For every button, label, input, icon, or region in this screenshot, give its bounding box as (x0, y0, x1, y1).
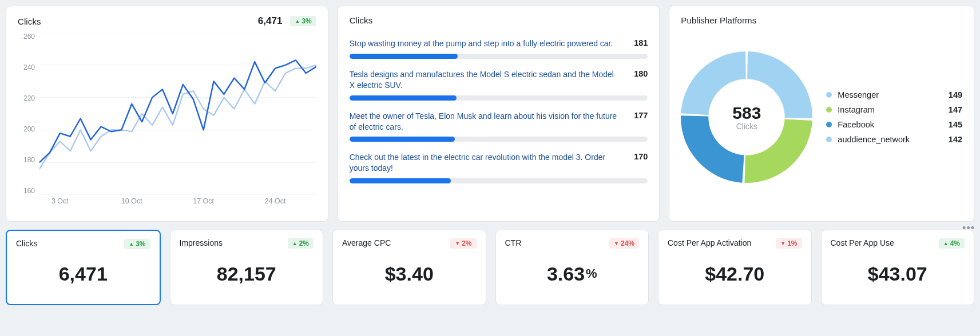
x-tick-label: 17 Oct (193, 197, 214, 205)
kpi-delta-badge: 2% (450, 238, 476, 249)
card-title: Clicks (350, 15, 373, 25)
y-tick-label: 220 (23, 94, 35, 102)
trend-down-icon (455, 241, 460, 246)
kpi-title: Average CPC (342, 238, 391, 247)
clicks-item-bar (350, 95, 648, 101)
clicks-total: 6,471 (258, 15, 283, 27)
clicks-item-text: Tesla designs and manufactures the Model… (350, 69, 621, 91)
kpi-value: $3.40 (342, 249, 477, 299)
clicks-list-item[interactable]: Stop wasting money at the pump and step … (350, 38, 648, 59)
legend-color-dot (826, 122, 832, 127)
clicks-item-value: 180 (628, 69, 648, 78)
legend-row[interactable]: Facebook 145 (826, 120, 962, 129)
clicks-item-value: 181 (628, 38, 648, 47)
legend-row[interactable]: Instagram 147 (826, 105, 962, 114)
clicks-item-text: Check out the latest in the electric car… (350, 152, 621, 174)
clicks-item-value: 177 (628, 111, 648, 120)
legend-color-dot (826, 137, 832, 142)
trend-up-icon (295, 19, 300, 24)
clicks-delta-badge: 3% (290, 16, 316, 26)
kpi-delta-badge: 1% (776, 238, 802, 249)
y-tick-label: 180 (23, 156, 35, 164)
clicks-trend-card: Clicks 6,471 3% 260240220200180160 3 Oct… (6, 6, 328, 222)
kpi-card[interactable]: Clicks 3% 6,471 (6, 230, 161, 305)
legend-value: 145 (949, 120, 962, 129)
legend-label: Messenger (838, 90, 879, 99)
clicks-line-chart[interactable]: 260240220200180160 3 Oct10 Oct17 Oct24 O… (18, 33, 316, 210)
kpi-title: Impressions (180, 238, 223, 247)
clicks-list-item[interactable]: Meet the owner of Tesla, Elon Musk and l… (350, 111, 648, 142)
x-tick-label: 3 Oct (51, 197, 69, 205)
kpi-card[interactable]: Impressions 2% 82,157 (170, 230, 324, 305)
y-tick-label: 200 (23, 125, 35, 133)
clicks-list-item[interactable]: Check out the latest in the electric car… (350, 152, 648, 183)
clicks-item-text: Meet the owner of Tesla, Elon Musk and l… (350, 111, 621, 133)
y-tick-label: 160 (23, 187, 35, 195)
card-title: Publisher Platforms (681, 15, 756, 25)
kpi-value: $43.07 (831, 249, 965, 299)
x-tick-label: 10 Oct (121, 197, 142, 205)
kpi-delta-value: 4% (950, 239, 960, 247)
kpi-delta-value: 1% (787, 239, 797, 247)
y-tick-label: 240 (23, 63, 35, 71)
y-tick-label: 260 (23, 33, 35, 41)
kpi-title: Cost Per App Activation (668, 238, 751, 247)
clicks-item-bar (350, 54, 648, 59)
publisher-platforms-card: Publisher Platforms 583 Clicks Messenger… (669, 6, 974, 222)
legend-label: Facebook (838, 120, 874, 129)
kpi-value: $42.70 (668, 249, 802, 299)
kpi-delta-badge: 4% (939, 238, 965, 249)
clicks-list-item[interactable]: Tesla designs and manufactures the Model… (350, 69, 648, 101)
legend-row[interactable]: Messenger 149 (826, 90, 962, 99)
kpi-title: Cost Per App Use (831, 238, 894, 247)
kpi-card[interactable]: ••• Cost Per App Use 4% $43.07 (821, 230, 975, 305)
trend-up-icon (292, 241, 297, 246)
x-tick-label: 24 Oct (265, 197, 286, 205)
legend-label: auddience_network (838, 135, 910, 144)
trend-down-icon (614, 241, 619, 246)
card-title: Clicks (18, 17, 41, 26)
legend-value: 149 (949, 90, 962, 99)
clicks-item-bar (350, 137, 648, 142)
kpi-title: Clicks (16, 239, 37, 248)
trend-up-icon (943, 241, 949, 246)
publisher-donut-chart[interactable]: 583 Clicks (681, 51, 812, 183)
trend-up-icon (129, 242, 134, 247)
legend-row[interactable]: auddience_network 142 (826, 135, 962, 144)
kpi-delta-badge: 3% (124, 239, 150, 249)
clicks-item-bar (350, 178, 648, 183)
kpi-card[interactable]: CTR 24% 3.63% (495, 230, 649, 305)
clicks-delta-value: 3% (301, 17, 311, 25)
kpi-value: 6,471 (16, 249, 150, 298)
kpi-title: CTR (505, 238, 522, 247)
clicks-item-text: Stop wasting money at the pump and step … (350, 38, 621, 49)
kpi-card[interactable]: Cost Per App Activation 1% $42.70 (658, 230, 812, 305)
legend-color-dot (826, 92, 832, 98)
clicks-item-value: 170 (628, 152, 648, 161)
kpi-delta-badge: 2% (288, 238, 314, 249)
kpi-delta-value: 2% (299, 239, 309, 247)
clicks-breakdown-card: Clicks Stop wasting money at the pump an… (338, 6, 660, 222)
trend-down-icon (780, 241, 785, 246)
legend-value: 147 (949, 105, 962, 114)
kpi-delta-badge: 24% (609, 238, 639, 249)
legend-label: Instagram (838, 105, 874, 114)
more-icon[interactable]: ••• (962, 222, 975, 234)
kpi-value: 3.63% (505, 249, 640, 299)
kpi-delta-value: 24% (621, 239, 634, 247)
legend-color-dot (826, 107, 832, 113)
kpi-value: 82,157 (180, 249, 314, 299)
kpi-delta-value: 2% (462, 239, 471, 247)
legend-value: 142 (949, 135, 962, 144)
kpi-card[interactable]: Average CPC 2% $3.40 (332, 230, 486, 305)
kpi-delta-value: 3% (136, 240, 145, 248)
